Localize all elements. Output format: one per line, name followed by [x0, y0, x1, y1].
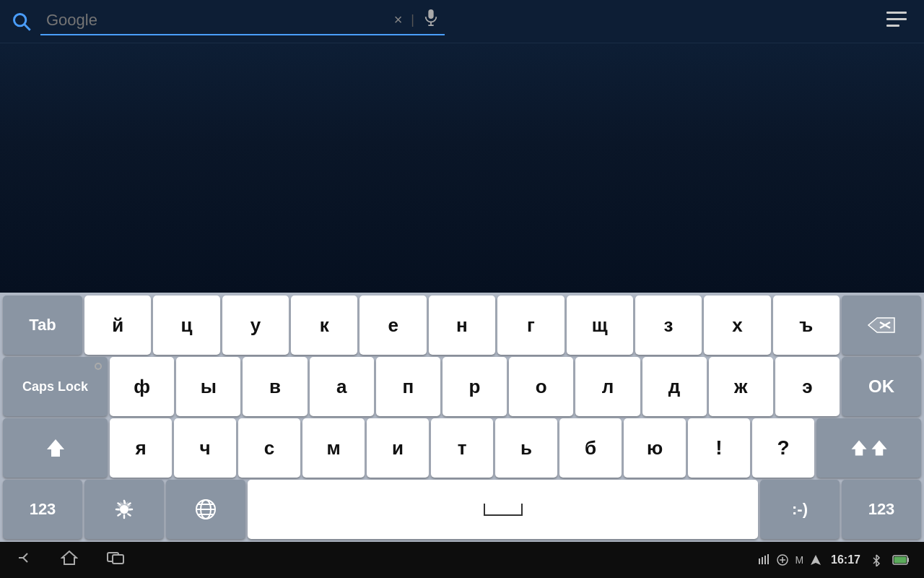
- ok-key[interactable]: OK: [842, 357, 921, 416]
- key-ъ[interactable]: ъ: [773, 296, 840, 355]
- battery-icon: [892, 554, 910, 566]
- svg-marker-31: [811, 555, 821, 565]
- key-о[interactable]: о: [509, 357, 573, 416]
- key-ч[interactable]: ч: [174, 418, 236, 478]
- caps-lock-label: Caps Lock: [22, 379, 88, 394]
- key-ю[interactable]: ю: [624, 418, 686, 478]
- status-icons: M: [757, 553, 822, 566]
- key-щ[interactable]: щ: [567, 296, 633, 355]
- key-ж[interactable]: ж: [709, 357, 773, 416]
- key-к[interactable]: к: [291, 296, 357, 355]
- svg-marker-12: [871, 441, 886, 456]
- key-question[interactable]: ?: [752, 418, 814, 478]
- settings-key[interactable]: [84, 480, 164, 539]
- key-г[interactable]: г: [497, 296, 564, 355]
- keyboard-row-4: 123 :-) 123: [3, 480, 921, 539]
- keyboard: Tab й ц у к е н г щ з х ъ Caps Lock ф ы …: [0, 293, 924, 542]
- space-key[interactable]: [248, 480, 758, 539]
- search-icon: [12, 12, 32, 32]
- key-с[interactable]: с: [238, 418, 300, 478]
- recents-button[interactable]: [107, 551, 124, 569]
- svg-rect-24: [759, 558, 760, 564]
- mic-button[interactable]: [417, 8, 445, 33]
- shift-left-key[interactable]: [3, 418, 108, 478]
- svg-rect-6: [886, 18, 907, 20]
- svg-rect-25: [762, 557, 763, 564]
- gmail-icon: M: [795, 554, 803, 566]
- keyboard-row-3: я ч с м и т ь б ю ! ?: [3, 418, 921, 478]
- key-з[interactable]: з: [635, 296, 702, 355]
- key-ц[interactable]: ц: [153, 296, 219, 355]
- svg-marker-10: [47, 439, 64, 457]
- key-т[interactable]: т: [431, 418, 493, 478]
- smiley-key[interactable]: :-): [760, 480, 840, 539]
- num-switch-key[interactable]: 123: [3, 480, 82, 539]
- nav-bar: M 16:17: [0, 542, 924, 578]
- tab-key[interactable]: Tab: [3, 296, 82, 355]
- keyboard-row-2: Caps Lock ф ы в а п р о л д ж э OK: [3, 357, 921, 416]
- shift-right-key[interactable]: [816, 418, 921, 478]
- caps-lock-key[interactable]: Caps Lock: [3, 357, 108, 416]
- key-ф[interactable]: ф: [110, 357, 174, 416]
- key-э[interactable]: э: [775, 357, 840, 416]
- key-л[interactable]: л: [575, 357, 640, 416]
- key-е[interactable]: е: [359, 296, 426, 355]
- key-у[interactable]: у: [222, 296, 289, 355]
- svg-rect-36: [894, 557, 906, 564]
- key-й[interactable]: й: [84, 296, 151, 355]
- svg-rect-26: [764, 556, 766, 564]
- caps-indicator: [95, 363, 102, 370]
- key-х[interactable]: х: [704, 296, 770, 355]
- content-area: [0, 43, 924, 293]
- key-б[interactable]: б: [559, 418, 622, 478]
- num123-bottom-key[interactable]: 123: [842, 480, 921, 539]
- key-exclaim[interactable]: !: [688, 418, 750, 478]
- key-а[interactable]: а: [310, 357, 374, 416]
- search-container: × |: [40, 8, 445, 35]
- svg-marker-21: [62, 551, 77, 564]
- svg-rect-5: [886, 12, 907, 14]
- key-р[interactable]: р: [443, 357, 507, 416]
- key-м[interactable]: м: [302, 418, 365, 478]
- globe-key[interactable]: [166, 480, 245, 539]
- key-в[interactable]: в: [243, 357, 307, 416]
- home-button[interactable]: [61, 549, 78, 571]
- svg-rect-35: [907, 558, 909, 562]
- key-и[interactable]: и: [367, 418, 429, 478]
- search-input[interactable]: [40, 9, 388, 31]
- keyboard-row-1: Tab й ц у к е н г щ з х ъ: [3, 296, 921, 355]
- key-д[interactable]: д: [642, 357, 707, 416]
- key-ь[interactable]: ь: [495, 418, 557, 478]
- key-я[interactable]: я: [110, 418, 172, 478]
- back-button[interactable]: [14, 549, 32, 571]
- clear-button[interactable]: ×: [388, 12, 409, 28]
- key-ы[interactable]: ы: [176, 357, 240, 416]
- nav-bar-left: [14, 549, 313, 571]
- svg-rect-2: [428, 9, 433, 19]
- nav-bar-right: M 16:17: [611, 553, 910, 566]
- key-п[interactable]: п: [376, 357, 440, 416]
- bluetooth-icon: [869, 553, 884, 566]
- menu-button[interactable]: [881, 12, 912, 32]
- svg-rect-7: [886, 25, 899, 27]
- top-bar: × |: [0, 0, 924, 43]
- svg-rect-27: [767, 554, 769, 564]
- key-н[interactable]: н: [429, 296, 495, 355]
- time-display: 16:17: [831, 553, 860, 566]
- svg-marker-11: [851, 441, 866, 456]
- backspace-key[interactable]: [842, 296, 921, 355]
- svg-rect-23: [113, 555, 123, 564]
- svg-point-0: [14, 14, 26, 25]
- svg-line-1: [25, 25, 30, 30]
